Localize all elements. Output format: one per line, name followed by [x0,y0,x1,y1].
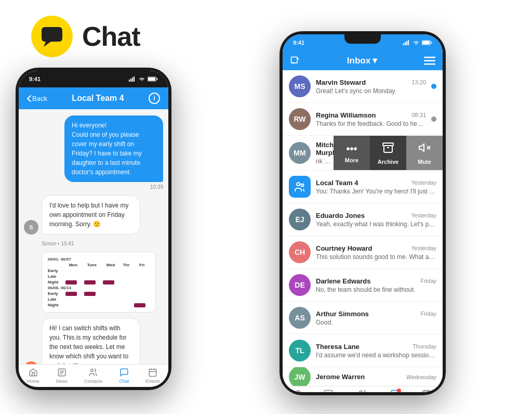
inbox-item-marvin[interactable]: MS Marvin Steward 13:20 Great! Let's syn… [283,70,443,103]
mitchell-content: Mitchell Murphy 01:00 nk would be a good… [316,141,331,165]
svg-rect-24 [422,41,430,44]
svg-rect-20 [406,41,407,45]
left-status-time: 9:41 [29,76,41,82]
app-title: Chat [82,21,140,52]
regina-content: Regina Williamson 08:31 Thanks for the f… [316,111,426,127]
right-notch [344,34,381,44]
home-icon [28,367,38,378]
svg-point-22 [416,44,417,45]
inbox-item-eduardo[interactable]: EJ Eduardo Jones Yesterday Yeah, exactly… [283,203,443,236]
theresa-preview: I'd assume we'd need a workshop session … [316,352,436,359]
jerome-avatar: JW [289,367,311,386]
right-news-icon [323,389,334,393]
jen-bubble: Hi! I can switch shifts with you. This i… [42,318,140,364]
contacts-icon [88,367,98,378]
simon-avatar: S [24,220,38,235]
left-phone-screen: 9:41 Back Local Team 4 i [19,71,168,387]
darlene-avatar: DE [289,274,311,296]
right-nav-events[interactable]: Events [419,389,434,393]
localteam-time: Yesterday [411,179,436,186]
darlene-name: Darlene Edwards [316,277,371,285]
wifi-icon [138,76,145,82]
incoming-message-jen: J Hi! I can switch shifts with you. This… [24,318,163,364]
darlene-preview: No, the team should be fine without. [316,286,436,293]
more-icon: ••• [346,143,357,155]
right-nav-news[interactable]: News [323,389,335,393]
svg-point-34 [297,183,300,186]
right-status-time: 9:41 [293,40,304,46]
svg-rect-0 [42,27,62,42]
courtney-content: Courtney Howard Yesterday This solution … [316,244,436,261]
right-nav-contacts[interactable]: Contacts [353,389,371,393]
logo-section: Chat [31,16,140,57]
events-icon [148,367,158,378]
logo-circle [31,16,73,57]
inbox-item-arthur[interactable]: AS Arthur Simmons Friday Good. [283,302,443,334]
eduardo-preview: Yeah, exactly what I was thinking. Let's… [316,221,436,228]
inbox-item-theresa[interactable]: TL Theresa Lane Thursday I'd assume we'd… [283,334,443,367]
chat-title: Local Team 4 [52,94,143,103]
mute-button[interactable]: Mute [406,136,443,170]
right-contacts-icon [356,389,368,393]
left-nav-events[interactable]: Events [146,367,161,384]
outgoing-message-1: Hi everyone!Could one of you please cove… [64,115,163,182]
svg-rect-27 [424,57,435,58]
regina-avatar: RW [289,108,311,130]
chat-messages: Hi everyone!Could one of you please cove… [19,109,168,364]
back-label: Back [32,95,47,102]
marvin-name: Marvin Steward [316,79,366,86]
archive-label: Archive [378,159,398,165]
theresa-content: Theresa Lane Thursday I'd assume we'd ne… [316,343,436,359]
svg-rect-2 [129,80,130,82]
inbox-item-jerome[interactable]: JW Jerome Warren Wednesday [283,367,443,386]
inbox-item-regina[interactable]: RW Regina Williamson 08:31 Thanks for th… [283,103,443,136]
right-nav-home[interactable]: Home [292,389,304,393]
mitchell-preview: nk would be a good ti... [316,158,331,165]
eduardo-name: Eduardo Jones [316,212,365,219]
left-nav-contacts[interactable]: Contacts [84,367,103,384]
left-nav-events-label: Events [146,379,161,384]
left-nav-news[interactable]: News [56,367,68,384]
left-nav-chat[interactable]: Chat [119,367,129,384]
more-button[interactable]: ••• More [334,136,370,170]
marvin-preview: Great! Let's sync on Monday. [316,87,426,95]
right-events-icon [421,389,432,393]
courtney-time: Yesterday [411,245,436,251]
svg-rect-29 [424,63,435,65]
localteam-avatar [289,176,311,198]
left-nav-contacts-label: Contacts [84,379,103,384]
jerome-name: Jerome Warren [316,373,365,381]
right-bottom-nav: Home News Contacts [283,386,443,392]
back-button[interactable]: Back [27,95,47,102]
jerome-content: Jerome Warren Wednesday [316,373,436,381]
localteam-preview: You: Thanks Jen! You're my hero! I'll ju… [316,188,436,195]
menu-icon[interactable] [424,57,435,65]
arthur-preview: Good. [316,319,436,326]
svg-rect-25 [431,42,432,44]
inbox-item-courtney[interactable]: CH Courtney Howard Yesterday This soluti… [283,236,443,269]
inbox-item-mitchell[interactable]: MM Mitchell Murphy 01:00 nk would be a g… [283,136,443,171]
svg-point-40 [360,391,362,392]
marvin-avatar: MS [289,75,311,97]
archive-button[interactable]: Archive [370,136,406,170]
simon-bubble: I'd love to help but I have my own appoi… [42,195,140,235]
inbox-list: MS Marvin Steward 13:20 Great! Let's syn… [283,70,443,386]
right-phone-screen: 9:41 Inbox ▾ MS [283,34,443,392]
left-notch [75,71,112,80]
compose-icon[interactable] [290,56,300,66]
inbox-title: Inbox ▾ [347,55,377,66]
mute-label: Mute [418,159,431,165]
chat-nav-badge [397,389,401,393]
svg-rect-26 [291,57,298,63]
right-nav-chat[interactable]: Chat [390,389,401,393]
swipe-overlay: ••• More Archive [334,136,443,170]
regina-unread-dot [431,117,436,122]
inbox-item-localteam[interactable]: Local Team 4 Yesterday You: Thanks Jen! … [283,171,443,203]
inbox-item-darlene[interactable]: DE Darlene Edwards Friday No, the team s… [283,269,443,302]
svg-marker-31 [419,144,424,151]
svg-rect-21 [408,40,409,45]
left-nav-home[interactable]: Home [27,367,39,384]
inbox-dropdown-arrow[interactable]: ▾ [373,55,377,66]
svg-rect-14 [150,369,157,377]
info-button[interactable]: i [149,93,160,104]
